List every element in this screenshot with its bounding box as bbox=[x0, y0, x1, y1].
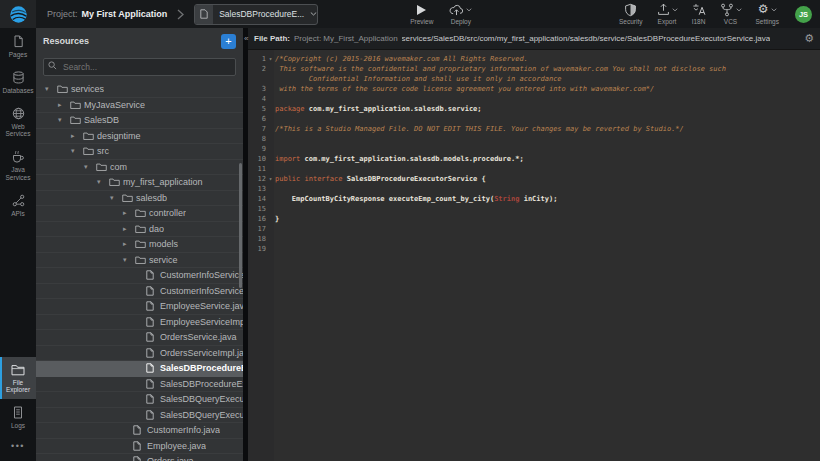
code-text[interactable]: with the terms of the source code licens… bbox=[275, 84, 654, 94]
code-area[interactable]: 1▾/*Copyright (c) 2015-2016 wavemaker.co… bbox=[248, 54, 820, 254]
tree-item[interactable]: OrdersService.java bbox=[36, 330, 243, 346]
tree-item[interactable]: EmployeeService.java bbox=[36, 299, 243, 315]
chevron-down-icon[interactable]: ▾ bbox=[97, 178, 109, 186]
code-line[interactable]: 14 EmpCountByCityResponse executeEmp_cou… bbox=[248, 194, 820, 204]
chevron-down-icon[interactable]: ▾ bbox=[110, 194, 122, 202]
code-line[interactable]: 1▾/*Copyright (c) 2015-2016 wavemaker.co… bbox=[248, 54, 820, 64]
panel-splitter[interactable] bbox=[243, 28, 248, 461]
code-text[interactable]: EmpCountByCityResponse executeEmp_count_… bbox=[275, 194, 557, 204]
code-line[interactable]: Confidential Information and shall use i… bbox=[248, 74, 820, 84]
tree-item[interactable]: ▾services bbox=[36, 82, 243, 98]
collapse-panel-button[interactable]: « bbox=[244, 33, 248, 45]
tree-item[interactable]: SalesDBProcedureExecutorService.java bbox=[36, 361, 243, 377]
tree-item[interactable]: ▸MyJavaService bbox=[36, 98, 243, 114]
chevron-right-icon[interactable]: ▸ bbox=[123, 240, 135, 248]
code-editor[interactable]: 1▾/*Copyright (c) 2015-2016 wavemaker.co… bbox=[248, 50, 820, 461]
tree-item[interactable]: SalesDBQueryExecutorService.java bbox=[36, 392, 243, 408]
chevron-right-icon[interactable]: ▸ bbox=[71, 132, 83, 140]
code-line[interactable]: 4 bbox=[248, 94, 820, 104]
preview-button[interactable]: Preview bbox=[410, 3, 433, 25]
tree-item[interactable]: SalesDBQueryExecutorServiceImpl.java bbox=[36, 408, 243, 424]
chevron-down-icon[interactable]: ▾ bbox=[123, 256, 135, 264]
vcs-button[interactable]: VCS bbox=[720, 3, 742, 25]
sidebar-item-file-explorer[interactable]: File Explorer bbox=[0, 357, 36, 400]
tree-item[interactable]: ▸dao bbox=[36, 222, 243, 238]
settings-button[interactable]: ⚙ Settings bbox=[756, 3, 780, 25]
tree-item[interactable]: ▾my_first_application bbox=[36, 175, 243, 191]
line-number: 19 bbox=[248, 244, 266, 254]
code-line[interactable]: 6 bbox=[248, 114, 820, 124]
cloud-upload-icon bbox=[449, 3, 464, 16]
code-line[interactable]: 9 bbox=[248, 144, 820, 154]
editor-settings-gear-icon[interactable]: ⚙ bbox=[804, 32, 814, 45]
user-avatar[interactable]: JS bbox=[795, 6, 812, 23]
tree-item[interactable]: SalesDBProcedureExecutorServiceImpl.java bbox=[36, 377, 243, 393]
tree-item[interactable]: Orders.java bbox=[36, 454, 243, 461]
code-line[interactable]: 13 bbox=[248, 184, 820, 194]
code-line[interactable]: 19 bbox=[248, 244, 820, 254]
tree-item[interactable]: CustomerInfoServiceImpl.java bbox=[36, 284, 243, 300]
code-line[interactable]: 2 This software is the confidential and … bbox=[248, 64, 820, 74]
code-text[interactable]: This software is the confidential and pr… bbox=[275, 64, 726, 74]
export-button[interactable]: Export bbox=[657, 3, 678, 25]
code-text[interactable]: package com.my_first_application.salesdb… bbox=[275, 104, 482, 114]
tree-item[interactable]: OrdersServiceImpl.java bbox=[36, 346, 243, 362]
chevron-right-icon[interactable]: ▸ bbox=[58, 101, 70, 109]
code-line[interactable]: 3 with the terms of the source code lice… bbox=[248, 84, 820, 94]
tree-item[interactable]: CustomerInfo.java bbox=[36, 423, 243, 439]
chevron-right-icon[interactable]: ▸ bbox=[123, 209, 135, 217]
chevron-down-icon[interactable]: ▾ bbox=[58, 116, 70, 124]
tree-item[interactable]: ▸controller bbox=[36, 206, 243, 222]
tree-scrollbar[interactable] bbox=[239, 163, 242, 288]
sidebar-item-web-services[interactable]: Web Services bbox=[0, 100, 36, 144]
tree-item[interactable]: ▾SalesDB bbox=[36, 113, 243, 129]
code-text[interactable]: /*This is a Studio Managed File. DO NOT … bbox=[275, 124, 684, 134]
tree-item[interactable]: ▸designtime bbox=[36, 129, 243, 145]
tree-item[interactable]: ▾salesdb bbox=[36, 191, 243, 207]
code-line[interactable]: 7/*This is a Studio Managed File. DO NOT… bbox=[248, 124, 820, 134]
sidebar-item-databases[interactable]: Databases bbox=[0, 64, 36, 100]
code-line[interactable]: 5package com.my_first_application.salesd… bbox=[248, 104, 820, 114]
code-line[interactable]: 17 bbox=[248, 224, 820, 234]
code-text[interactable]: /*Copyright (c) 2015-2016 wavemaker.com … bbox=[275, 54, 528, 64]
code-line[interactable]: 18 bbox=[248, 234, 820, 244]
code-line[interactable]: 10import com.my_first_application.salesd… bbox=[248, 154, 820, 164]
code-text[interactable]: public interface SalesDBProcedureExecuto… bbox=[275, 174, 486, 184]
tree-item[interactable]: ▾src bbox=[36, 144, 243, 160]
search-input[interactable] bbox=[43, 58, 236, 76]
code-line[interactable]: 16} bbox=[248, 214, 820, 224]
rail-more-button[interactable]: ••• bbox=[11, 435, 25, 461]
chevron-down-icon[interactable]: ▾ bbox=[84, 163, 96, 171]
code-text[interactable]: import com.my_first_application.salesdb.… bbox=[275, 154, 524, 164]
wavemaker-logo-icon[interactable] bbox=[0, 0, 36, 28]
tree-item[interactable]: EmployeeServiceImpl.java bbox=[36, 315, 243, 331]
tree-item[interactable]: ▾com bbox=[36, 160, 243, 176]
fold-toggle-icon[interactable]: ▾ bbox=[266, 54, 275, 64]
fold-toggle-icon[interactable]: ▾ bbox=[266, 174, 275, 184]
code-line[interactable]: 15 bbox=[248, 204, 820, 214]
chevron-down-icon[interactable]: ▾ bbox=[45, 85, 57, 93]
add-resource-button[interactable]: + bbox=[221, 34, 236, 49]
code-text[interactable]: Confidential Information and shall use i… bbox=[275, 74, 562, 84]
open-file-dropdown[interactable]: SalesDBProcedureE... bbox=[194, 4, 318, 25]
sidebar-item-java-services[interactable]: Java Services bbox=[0, 143, 36, 187]
code-line[interactable]: 11 bbox=[248, 164, 820, 174]
sidebar-item-apis[interactable]: APIs bbox=[0, 187, 36, 223]
code-text[interactable]: } bbox=[275, 214, 279, 224]
code-line[interactable]: 8 bbox=[248, 134, 820, 144]
chevron-right-icon[interactable]: ▸ bbox=[123, 225, 135, 233]
tree-item[interactable]: CustomerInfoService.java bbox=[36, 268, 243, 284]
tree-item[interactable]: Employee.java bbox=[36, 439, 243, 455]
code-line[interactable]: 12▾public interface SalesDBProcedureExec… bbox=[248, 174, 820, 184]
line-number: 14 bbox=[248, 194, 266, 204]
deploy-button[interactable]: Deploy bbox=[449, 3, 472, 25]
sidebar-item-pages[interactable]: Pages bbox=[0, 28, 36, 64]
security-button[interactable]: Security bbox=[619, 3, 642, 25]
file-icon bbox=[146, 286, 160, 296]
tree-item[interactable]: ▾service bbox=[36, 253, 243, 269]
chevron-down-icon[interactable]: ▾ bbox=[71, 147, 83, 155]
database-icon bbox=[12, 71, 25, 84]
i18n-button[interactable]: I18N bbox=[692, 3, 706, 25]
tree-item[interactable]: ▸models bbox=[36, 237, 243, 253]
sidebar-item-logs[interactable]: Logs bbox=[0, 399, 36, 435]
